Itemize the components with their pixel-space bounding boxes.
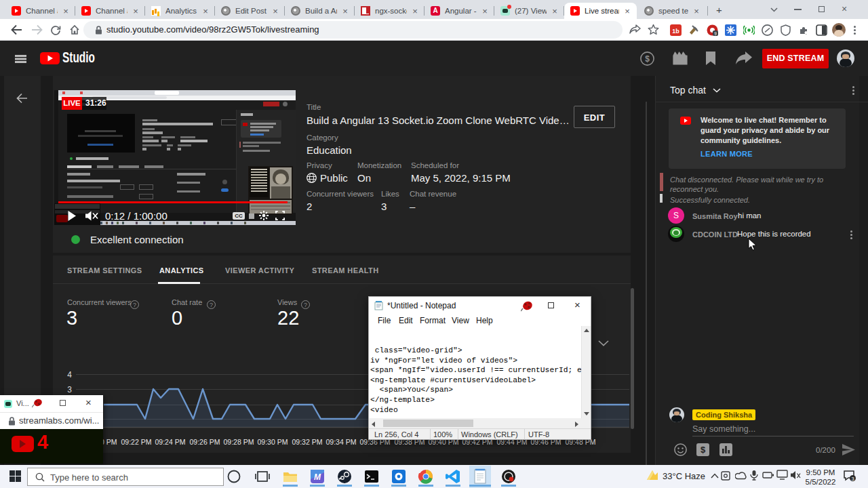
- svg-text:M: M: [314, 472, 321, 482]
- svg-text:1b: 1b: [672, 28, 679, 35]
- svg-text:9: 9: [714, 31, 717, 36]
- svg-text:3: 3: [67, 385, 72, 394]
- svg-text:4: 4: [67, 370, 72, 380]
- svg-text:$: $: [645, 54, 650, 64]
- svg-text:3: 3: [851, 476, 854, 482]
